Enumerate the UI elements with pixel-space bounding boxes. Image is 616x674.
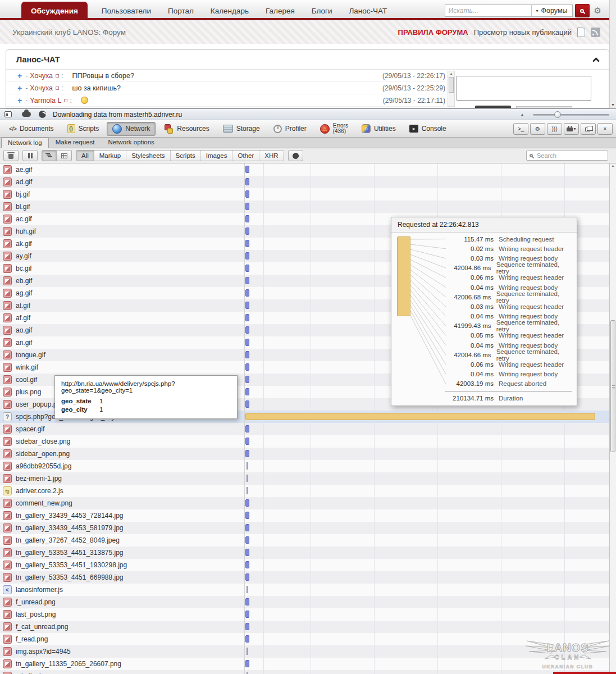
forum-settings-button[interactable]: ⚙ xyxy=(594,6,601,16)
options-circle-button[interactable] xyxy=(288,150,303,161)
forum-search-input[interactable] xyxy=(445,7,531,15)
collapse-chevron-icon[interactable] xyxy=(592,57,600,65)
chat-send-button[interactable] xyxy=(475,106,511,108)
scroll-up-icon[interactable]: ▲ xyxy=(448,71,454,76)
scroll-down-icon[interactable]: ▼ xyxy=(611,103,615,107)
new-content-icon[interactable] xyxy=(577,28,585,37)
network-request-row[interactable]: tn_gallery_33439_4453_728144.jpg xyxy=(0,509,616,522)
external-link-icon[interactable] xyxy=(64,99,67,102)
network-request-row[interactable]: tn_gallery_53353_4451_669988.jpg xyxy=(0,571,616,584)
table-view-button[interactable] xyxy=(57,150,72,161)
toolbar-item-network[interactable]: Network xyxy=(107,122,156,136)
toolbar-item-profiler[interactable]: Profiler xyxy=(268,122,312,135)
tab-network-options[interactable]: Network options xyxy=(101,137,161,148)
network-request-row[interactable]: bez-imeni-1.jpg xyxy=(0,472,616,485)
filter-xhr[interactable]: XHR xyxy=(259,151,283,161)
network-request-row[interactable]: ae.gif xyxy=(0,163,616,176)
filter-images[interactable]: Images xyxy=(200,151,232,161)
filter-markup[interactable]: Markup xyxy=(94,151,126,161)
chat-message-row[interactable]: +-Yarmola L:(29/05/13 - 22:17:11) xyxy=(6,94,445,107)
image-file-icon xyxy=(3,190,12,199)
request-name-cell: tn_gallery_53353_4451_313875.jpg xyxy=(0,547,245,559)
detach-window-button[interactable] xyxy=(581,123,596,135)
external-link-icon[interactable] xyxy=(56,74,59,78)
console-toggle-button[interactable]: >_ xyxy=(513,123,528,135)
network-search-box[interactable] xyxy=(526,151,608,161)
chat-secondary-button[interactable] xyxy=(516,106,572,108)
nav-tab-1[interactable]: Пользователи xyxy=(101,2,152,20)
chat-username[interactable]: Хочуха xyxy=(30,72,53,80)
network-request-row[interactable]: a96dbb92055d.jpg xyxy=(0,460,616,472)
nav-tab-2[interactable]: Портал xyxy=(167,2,195,20)
nav-tab-5[interactable]: Блоги xyxy=(311,2,334,20)
filter-stylesheets[interactable]: Stylesheets xyxy=(126,151,170,161)
chat-scrollbar[interactable]: ▲ xyxy=(448,71,455,107)
forum-search-button[interactable] xyxy=(575,4,590,17)
zoom-up-icon[interactable]: ▲ xyxy=(520,112,524,117)
add-user-icon[interactable]: + xyxy=(17,84,22,93)
filter-scripts[interactable]: Scripts xyxy=(170,151,200,161)
network-request-row[interactable]: comment_new.png xyxy=(0,497,616,509)
nav-tab-3[interactable]: Календарь xyxy=(209,2,250,20)
toolbar-item-resources[interactable]: Resources xyxy=(158,122,215,136)
new-publications-link[interactable]: Просмотр новых публикаций xyxy=(474,28,572,37)
network-request-row[interactable]: ad.gif xyxy=(0,176,616,188)
nav-tab-4[interactable]: Галерея xyxy=(264,2,296,20)
filter-other[interactable]: Other xyxy=(232,151,259,161)
chat-message-row[interactable]: +-Хочуха:шо за кипишь?(29/05/13 - 22:25:… xyxy=(6,82,445,94)
network-request-row[interactable]: tn_gallery_53353_4451_313875.jpg xyxy=(0,547,616,559)
rss-icon[interactable] xyxy=(591,28,600,37)
network-request-row[interactable]: bl.gif xyxy=(0,201,616,213)
network-request-row[interactable]: f()adriver.core.2.js xyxy=(0,485,616,497)
network-request-row[interactable]: tn_gallery_33439_4453_581979.jpg xyxy=(0,522,616,534)
zoom-slider[interactable] xyxy=(533,114,609,116)
page-scrollbar[interactable]: ▼ xyxy=(609,0,616,108)
tab-make-request[interactable]: Make request xyxy=(49,137,102,148)
network-request-row[interactable]: tn_gallery_53353_4451_1930298.jpg xyxy=(0,559,616,571)
external-link-icon[interactable] xyxy=(56,86,59,90)
chat-scrollbar-thumb[interactable] xyxy=(449,77,454,93)
clear-log-button[interactable] xyxy=(3,150,19,161)
zoom-slider-knob[interactable] xyxy=(554,111,561,118)
pause-button[interactable] xyxy=(22,150,38,161)
network-request-row[interactable]: bj.gif xyxy=(0,188,616,201)
network-request-row[interactable]: sidebar_close.png xyxy=(0,435,616,448)
add-user-icon[interactable]: + xyxy=(17,71,22,80)
network-request-row[interactable]: f_unread.png xyxy=(0,596,616,608)
scroll-up-icon[interactable]: ▲ xyxy=(610,163,616,168)
list-scrollbar-thumb[interactable] xyxy=(610,320,615,452)
chat-username[interactable]: Хочуха xyxy=(30,84,53,92)
toolbar-item-console[interactable]: >Console xyxy=(404,122,452,135)
toolbar-item-documents[interactable]: </>Documents xyxy=(3,122,60,135)
chat-username[interactable]: Yarmola L xyxy=(30,97,61,104)
toolbar-item-utilities[interactable]: oUtilities xyxy=(356,122,401,135)
network-request-row[interactable]: tn_gallery_37267_4452_8049.jpeg xyxy=(0,534,616,547)
add-user-icon[interactable]: + xyxy=(17,96,22,105)
waterfall-view-button[interactable] xyxy=(42,150,57,161)
panel-menu-button[interactable]: ▾ xyxy=(564,123,579,135)
network-request-row[interactable]: <lanosinformer.js xyxy=(0,584,616,596)
remote-debug-button[interactable]: ))) xyxy=(547,123,562,135)
toolbar-item-storage[interactable]: Storage xyxy=(217,122,266,135)
filter-all[interactable]: All xyxy=(76,151,94,161)
toolbar-item-errors[interactable]: ⚠Errors(436) xyxy=(314,121,354,136)
toolbar-item-scripts[interactable]: {}Scripts xyxy=(62,122,105,135)
nav-tab-6[interactable]: Ланос-ЧАТ xyxy=(348,2,388,20)
settings-button[interactable]: ⚙ xyxy=(530,123,545,135)
chat-message-textarea[interactable] xyxy=(457,76,591,101)
forum-rules-link[interactable]: ПРАВИЛА ФОРУМА xyxy=(398,28,468,37)
network-request-row[interactable]: f_cat_unread.png xyxy=(0,621,616,633)
dock-panel-icon[interactable] xyxy=(4,111,12,117)
chat-message-row[interactable]: +-Хочуха:ППРовцы в сборе?(29/05/13 - 22:… xyxy=(6,70,445,82)
nav-tab-0[interactable]: Обсуждения xyxy=(21,2,88,20)
forum-search-box[interactable]: ▾ Форумы xyxy=(445,4,573,17)
close-button[interactable]: × xyxy=(597,123,613,135)
list-scrollbar[interactable]: ▲ xyxy=(609,163,616,674)
network-search-input[interactable] xyxy=(536,152,605,160)
network-request-row[interactable]: spacer.gif xyxy=(0,423,616,435)
network-request-row[interactable]: sidebar_open.png xyxy=(0,448,616,460)
network-request-row[interactable]: last_post.png xyxy=(0,608,616,621)
network-request-row[interactable]: rybalka.jpg xyxy=(0,670,616,674)
forum-search-scope-dropdown[interactable]: ▾ Форумы xyxy=(531,5,572,16)
tab-network-log[interactable]: Network log xyxy=(1,138,49,148)
